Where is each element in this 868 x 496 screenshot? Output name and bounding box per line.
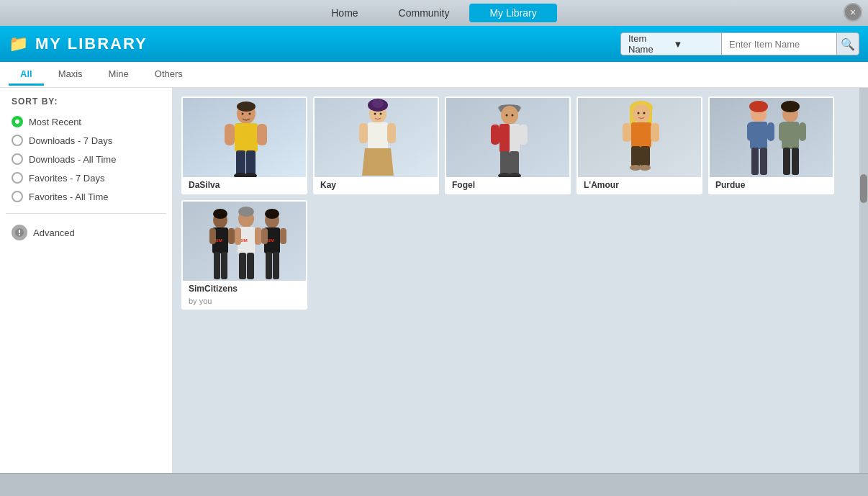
sidebar-divider — [6, 213, 166, 214]
svg-point-23 — [374, 113, 376, 115]
svg-point-24 — [380, 113, 382, 115]
scrollbar-track[interactable] — [859, 88, 868, 473]
svg-point-70 — [213, 209, 227, 219]
svg-rect-76 — [221, 252, 227, 279]
radio-downloads-7-days — [12, 135, 23, 146]
scrollbar-thumb[interactable] — [860, 174, 867, 203]
radio-favorites-7-days — [12, 172, 23, 184]
svg-rect-67 — [792, 148, 799, 175]
content-area: DaSilva — [173, 88, 868, 473]
item-name-lamour: L'Amour — [578, 177, 701, 193]
item-image-lamour — [578, 98, 702, 177]
svg-rect-30 — [499, 124, 510, 153]
search-icon: 🔍 — [841, 37, 855, 51]
svg-point-18 — [372, 99, 384, 108]
item-name-fogel: Fogel — [446, 177, 569, 193]
svg-rect-21 — [359, 123, 368, 143]
svg-rect-32 — [519, 125, 528, 145]
filter-tab-others[interactable]: Others — [143, 64, 194, 86]
svg-rect-84 — [247, 253, 254, 279]
sort-favorites-7-days[interactable]: Favorites - 7 Days — [6, 168, 166, 187]
grid-item-kay[interactable]: Kay — [313, 96, 439, 194]
grid-item-dasilva[interactable]: DaSilva — [181, 96, 307, 194]
svg-rect-65 — [799, 122, 806, 141]
svg-rect-64 — [779, 122, 786, 141]
svg-rect-91 — [266, 252, 272, 279]
svg-point-14 — [249, 113, 251, 115]
svg-point-55 — [749, 101, 768, 112]
sort-downloads-all-time-label: Downloads - All Time — [29, 154, 116, 165]
close-button[interactable]: × — [844, 3, 862, 22]
filter-tab-maxis[interactable]: Maxis — [47, 64, 94, 86]
svg-point-52 — [643, 112, 646, 114]
item-image-kay — [315, 98, 439, 177]
svg-rect-47 — [623, 123, 631, 142]
svg-rect-19 — [368, 122, 388, 150]
sort-favorites-all-time[interactable]: Favorites - All Time — [6, 187, 166, 206]
item-name-dasilva: DaSilva — [183, 177, 306, 193]
filter-tabs: All Maxis Mine Others — [0, 62, 868, 88]
svg-point-51 — [638, 112, 640, 114]
svg-rect-48 — [651, 123, 659, 142]
item-sublabel-simcitizens: by you — [183, 297, 306, 308]
svg-point-50 — [639, 165, 651, 171]
svg-point-62 — [781, 101, 800, 112]
svg-point-38 — [512, 114, 514, 117]
sort-favorites-7-days-label: Favorites - 7 Days — [29, 173, 104, 184]
radio-most-recent — [12, 116, 23, 127]
grid-item-lamour[interactable]: L'Amour — [577, 96, 702, 194]
svg-point-5 — [237, 102, 256, 112]
item-image-simcitizens: SIM SIM — [183, 202, 307, 281]
svg-rect-59 — [751, 148, 759, 175]
svg-rect-31 — [491, 125, 499, 145]
dropdown-chevron-icon: ▼ — [674, 39, 715, 50]
header: 📁 My Library Item Name ▼ 🔍 — [0, 26, 868, 62]
advanced-label: Advanced — [33, 227, 75, 238]
item-name-dropdown[interactable]: Item Name ▼ — [620, 32, 721, 55]
sort-most-recent[interactable]: Most Recent — [6, 112, 166, 131]
svg-rect-7 — [225, 124, 235, 145]
sort-downloads-7-days-label: Downloads - 7 Days — [29, 135, 112, 146]
svg-rect-44 — [631, 122, 651, 148]
svg-point-43 — [633, 104, 650, 123]
svg-rect-75 — [214, 252, 220, 279]
svg-rect-9 — [236, 150, 245, 176]
filter-tab-mine[interactable]: Mine — [97, 64, 140, 86]
svg-point-28 — [501, 106, 518, 125]
svg-rect-74 — [228, 228, 235, 244]
svg-rect-60 — [760, 148, 767, 175]
sort-most-recent-label: Most Recent — [29, 117, 81, 127]
svg-rect-92 — [273, 252, 279, 279]
item-image-fogel — [446, 98, 571, 177]
header-title: My Library — [35, 35, 613, 53]
bottom-bar — [0, 473, 868, 496]
svg-rect-10 — [246, 150, 256, 176]
nav-tab-my-library[interactable]: My Library — [469, 4, 556, 22]
advanced-section[interactable]: Advanced — [6, 221, 166, 244]
advanced-icon — [12, 225, 27, 240]
main-content: Sort By: Most Recent Downloads - 7 Days … — [0, 88, 868, 473]
svg-point-13 — [242, 113, 244, 115]
grid-item-purdue[interactable]: Purdue — [708, 96, 834, 194]
radio-favorites-all-time — [12, 191, 23, 202]
svg-rect-81 — [235, 227, 241, 245]
sort-downloads-7-days[interactable]: Downloads - 7 Days — [6, 131, 166, 150]
item-image-purdue — [710, 98, 834, 177]
grid-item-fogel[interactable]: Fogel — [445, 96, 571, 194]
sort-downloads-all-time[interactable]: Downloads - All Time — [6, 150, 166, 168]
nav-tab-home[interactable]: Home — [311, 3, 378, 23]
grid-item-simcitizens[interactable]: SIM SIM — [181, 200, 307, 310]
search-area: Item Name ▼ 🔍 — [620, 32, 859, 55]
nav-tab-community[interactable]: Community — [379, 3, 470, 23]
svg-rect-8 — [257, 124, 267, 145]
search-button[interactable]: 🔍 — [836, 32, 859, 55]
filter-tab-all[interactable]: All — [9, 64, 44, 86]
sort-by-label: Sort By: — [6, 96, 166, 107]
svg-point-86 — [265, 209, 279, 219]
item-name-kay: Kay — [315, 177, 438, 193]
item-image-dasilva — [183, 98, 307, 177]
search-input[interactable] — [721, 32, 836, 55]
library-icon: 📁 — [9, 35, 28, 53]
title-bar: Home Community My Library × — [0, 0, 868, 26]
svg-rect-58 — [767, 122, 774, 141]
